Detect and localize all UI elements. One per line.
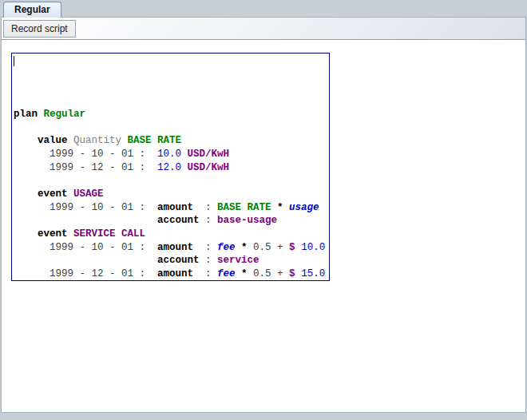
script-line: 1999 - 10 - 01 : amount : fee * 0.5 + $ …: [14, 241, 329, 255]
script-line: 1999 - 12 - 01 : 12.0 USD/KwH: [14, 161, 329, 175]
script-line: [14, 174, 329, 188]
script-token-var: fee: [217, 242, 236, 253]
script-token-plain: :: [193, 242, 217, 253]
script-line: account : service: [14, 254, 329, 267]
script-token-plain: 1999 - 12 - 01 :: [14, 162, 157, 173]
script-token-plain: 1999 - 12 - 01 :: [14, 268, 157, 279]
script-line: [14, 121, 329, 135]
script-token-purple: service: [217, 255, 260, 266]
script-token-kw: amount: [157, 268, 193, 279]
script-token-purple: USD/KwH: [188, 149, 230, 160]
script-token-var: fee: [217, 268, 236, 279]
script-token-plain: 0.5 +: [253, 268, 289, 279]
script-line: 1999 - 10 - 01 : amount : BASE RATE * us…: [14, 201, 329, 215]
script-line: account : base-usage: [14, 214, 329, 228]
script-line: 1999 - 12 - 01 : amount : fee * 0.5 + $ …: [14, 267, 329, 281]
script-token-plain: :: [193, 268, 217, 279]
script-token-green: Regular: [44, 109, 86, 120]
script-token-plain: 1999 - 10 - 01 :: [14, 202, 157, 213]
script-token-green: BASE RATE: [128, 135, 182, 146]
editor-area[interactable]: plan Regular value Quantity BASE RATE 19…: [2, 41, 525, 412]
text-caret: [14, 56, 14, 66]
script-token-kw: event: [14, 228, 73, 240]
script-token-purple: USAGE: [73, 188, 104, 200]
script-token-kw: account: [157, 215, 200, 226]
script-token-plain: [14, 255, 157, 266]
toolbar: Record script: [2, 18, 525, 40]
script-token-plain: :: [200, 215, 218, 226]
script-line: event USAGE: [14, 188, 329, 201]
tab-content-panel: Record script plan Regular value Quantit…: [1, 17, 526, 413]
script-token-num: 10.0: [157, 149, 188, 160]
script-line: 1999 - 10 - 01 : 10.0 USD/KwH: [14, 148, 329, 161]
script-token-kw: amount: [157, 202, 193, 213]
script-line: value Quantity BASE RATE: [14, 134, 329, 148]
script-token-op: *: [271, 202, 290, 213]
script-token-op: *: [236, 242, 254, 253]
script-token-plain: 0.5 +: [253, 242, 289, 253]
script-token-plain: 1999 - 10 - 01 :: [14, 242, 157, 253]
script-token-kw: value: [14, 135, 73, 146]
script-token-plain: [14, 215, 157, 226]
script-token-kw: amount: [157, 242, 193, 253]
script-token-green: BASE RATE: [217, 202, 271, 213]
tab-bar: Regular: [0, 0, 527, 17]
script-token-num: 15.0: [301, 268, 325, 279]
script-token-gray: Quantity: [73, 135, 128, 146]
tab-regular-label: Regular: [14, 4, 50, 15]
script-line: event SERVICE CALL: [14, 228, 329, 241]
tab-regular[interactable]: Regular: [3, 2, 61, 18]
script-token-plain: :: [200, 255, 218, 266]
script-token-purple: $: [289, 268, 301, 279]
script-token-purple: $: [289, 242, 301, 253]
script-token-purple: base-usage: [217, 215, 277, 226]
script-token-var: usage: [289, 202, 319, 213]
script-token-op: *: [236, 268, 254, 279]
script-token-plain: 1999 - 10 - 01 :: [14, 149, 157, 160]
script-token-plain: :: [193, 202, 217, 213]
script-token-num: 12.0: [157, 162, 188, 173]
record-script-button[interactable]: Record script: [3, 20, 76, 38]
script-token-purple: USD/KwH: [188, 162, 230, 173]
script-token-kw: account: [157, 255, 200, 266]
script-line: plan Regular: [14, 108, 329, 121]
window: { "tabs": [ { "label": "Regular", "selec…: [0, 0, 527, 420]
script-token-num: 10.0: [301, 242, 325, 253]
script-box[interactable]: plan Regular value Quantity BASE RATE 19…: [11, 53, 330, 281]
script-token-purple: SERVICE CALL: [73, 228, 145, 240]
script-token-kw: event: [14, 188, 73, 200]
script-token-kw: plan: [14, 109, 44, 120]
